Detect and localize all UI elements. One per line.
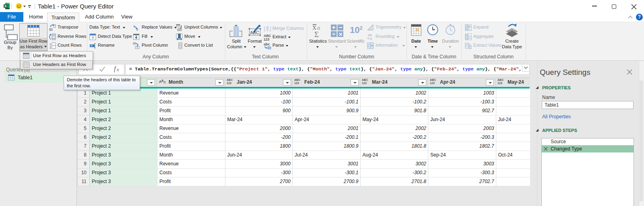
svg-text:.0: .0	[369, 37, 372, 40]
svg-text:123: 123	[264, 37, 269, 41]
svg-text:?: ?	[92, 35, 94, 40]
svg-text:Σ: Σ	[314, 30, 319, 37]
svg-text:1: 1	[133, 25, 135, 28]
svg-text:1: 1	[50, 43, 51, 46]
svg-text:abc: abc	[264, 42, 270, 46]
svg-text:X: X	[4, 4, 7, 8]
svg-text:Σ: Σ	[469, 35, 471, 39]
svg-text:.00: .00	[367, 33, 372, 37]
svg-text:2: 2	[50, 46, 51, 49]
